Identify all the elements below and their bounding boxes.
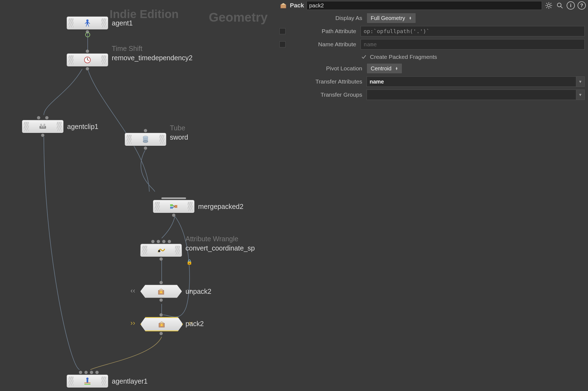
info-icon[interactable]: i (567, 1, 575, 10)
transfer-groups-input[interactable] (367, 90, 576, 100)
lock-icon: 🔒 (186, 259, 192, 265)
pivot-location-dropdown[interactable]: Centroid ▲▼ (367, 63, 402, 74)
display-as-dropdown[interactable]: Full Geometry ▲▼ (367, 13, 416, 23)
svg-point-23 (86, 378, 89, 380)
node-agent1[interactable]: agent1 (67, 16, 108, 30)
node-label: agentclip1 (67, 123, 98, 131)
svg-line-36 (546, 7, 547, 8)
transfer-groups-menu[interactable]: ▼ (576, 90, 585, 100)
help-icon[interactable]: ? (578, 1, 586, 10)
param-display-as: Display As Full Geometry ▲▼ (277, 12, 585, 24)
svg-line-4 (86, 24, 87, 27)
svg-rect-27 (281, 5, 286, 8)
dropdown-arrows-icon: ▲▼ (395, 67, 398, 70)
svg-line-38 (561, 6, 563, 8)
svg-point-18 (158, 250, 160, 252)
merge-icon (170, 202, 178, 211)
svg-point-22 (161, 324, 163, 326)
svg-rect-17 (175, 205, 177, 208)
panel-topbar: Pack pack2 i ? (277, 0, 588, 11)
agentclip-icon (39, 122, 47, 131)
node-tube-sword[interactable]: Tube sword (125, 133, 166, 146)
parameter-panel: Pack pack2 i ? Display As Full Geometry … (277, 0, 588, 266)
node-agentlayer1[interactable]: agentlayer1 (67, 375, 108, 388)
transfer-attributes-menu[interactable]: ▼ (576, 76, 585, 87)
op-type-label: Pack (290, 2, 304, 9)
node-type: Time Shift (112, 45, 142, 53)
gear-icon[interactable] (545, 1, 553, 10)
op-name-field[interactable]: pack2 (307, 1, 542, 10)
node-agentclip1[interactable]: agentclip1 (22, 120, 64, 133)
node-label: remove_timedependency2 (112, 54, 193, 62)
svg-point-37 (557, 3, 561, 7)
agent-icon (83, 19, 92, 27)
svg-point-0 (86, 19, 89, 22)
clock-icon (83, 56, 92, 64)
node-label: convert_coordinate_sp (185, 244, 255, 252)
node-label: agentlayer1 (112, 377, 148, 385)
param-path-attribute: Path Attribute op:`opfullpath('.')` (277, 25, 585, 37)
svg-point-28 (547, 4, 550, 7)
name-attr-toggle[interactable] (279, 41, 286, 47)
svg-rect-15 (170, 204, 173, 206)
chevron-left-icon: ›› (130, 319, 135, 327)
node-graph-canvas[interactable]: Indie Edition Geometry agent1 Time Shift… (0, 0, 277, 391)
pack-icon (158, 320, 166, 328)
display-flag-icon[interactable] (85, 32, 90, 37)
dropdown-arrows-icon: ▲▼ (409, 16, 412, 20)
param-transfer-groups: Transfer Groups ▼ (277, 89, 585, 101)
node-unpack2[interactable]: ‹‹ ›› unpack2 (140, 285, 182, 298)
svg-line-35 (550, 3, 551, 4)
svg-rect-9 (39, 126, 46, 129)
node-type: Attribute Wrangle (185, 235, 238, 243)
search-icon[interactable] (556, 1, 564, 10)
path-attr-toggle[interactable] (279, 28, 286, 34)
watermark-indie: Indie Edition (110, 8, 179, 21)
param-transfer-attributes: Transfer Attributes name ▼ (277, 76, 585, 88)
svg-rect-16 (170, 207, 173, 209)
tube-icon (141, 135, 150, 143)
parameter-list: Display As Full Geometry ▲▼ Path Attribu… (277, 12, 585, 102)
agentlayer-icon (83, 377, 92, 385)
svg-line-34 (550, 7, 551, 8)
checkmark-icon (361, 54, 367, 60)
node-mergepacked2[interactable]: mergepacked2 (153, 200, 195, 213)
svg-point-14 (143, 140, 148, 143)
svg-rect-25 (84, 383, 90, 383)
param-pivot-location: Pivot Location Centroid ▲▼ (277, 62, 585, 74)
wrangle-icon (157, 246, 165, 254)
param-create-packed-fragments[interactable]: Create Packed Fragments (361, 51, 585, 62)
node-label: mergepacked2 (198, 203, 243, 211)
node-attribute-wrangle[interactable]: Attribute Wrangle convert_coordinate_sp … (140, 244, 182, 257)
svg-rect-1 (87, 22, 88, 24)
path-attr-input[interactable]: op:`opfullpath('.')` (361, 26, 585, 36)
node-label: agent1 (112, 19, 133, 27)
node-label: sword (170, 133, 188, 141)
chevron-left-icon: ‹‹ (130, 286, 135, 295)
node-type: Tube (170, 124, 185, 132)
node-timeshift[interactable]: Time Shift remove_timedependency2 (67, 53, 108, 67)
svg-line-3 (88, 22, 90, 24)
node-label: unpack2 (185, 288, 212, 295)
watermark-geometry: Geometry (209, 10, 268, 25)
svg-line-33 (546, 3, 547, 4)
transfer-attributes-input[interactable]: name (367, 76, 576, 87)
node-pack2[interactable]: ›› ‹‹ pack2 (140, 317, 183, 331)
name-attr-input[interactable]: name (361, 39, 585, 50)
unpack-icon (157, 287, 165, 295)
pack-op-icon (279, 2, 287, 9)
svg-rect-26 (84, 384, 90, 385)
svg-line-5 (88, 24, 89, 27)
svg-point-20 (160, 291, 162, 293)
svg-line-2 (85, 22, 87, 24)
param-name-attribute: Name Attribute name (277, 38, 585, 50)
node-label: pack2 (185, 320, 204, 328)
svg-rect-24 (87, 380, 88, 383)
